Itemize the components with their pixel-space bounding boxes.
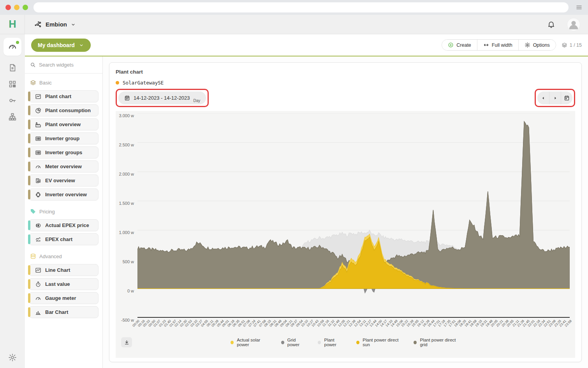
nav-rail	[0, 34, 25, 368]
date-range-value: 14-12-2023 - 14-12-2023	[134, 95, 190, 101]
widget-title: Plant chart	[116, 69, 575, 75]
legend-label: Plant power	[324, 338, 345, 347]
dashboard-canvas: Plant chart SolarGatewaySE 14-12-2023 - …	[103, 56, 588, 368]
rail-item-hierarchy[interactable]	[8, 113, 17, 121]
widget-label: Plant overview	[45, 121, 81, 127]
settings-gear-icon[interactable]	[8, 353, 17, 362]
browser-menu-icon[interactable]	[576, 4, 583, 11]
plant-chart-plot[interactable]	[137, 113, 570, 318]
widget-label: Plant consumption	[45, 107, 91, 113]
logo-letter: H	[9, 18, 16, 30]
user-avatar[interactable]	[567, 18, 580, 31]
bar-chart-icon	[35, 309, 41, 315]
full-width-button[interactable]: Full width	[477, 40, 518, 50]
create-button[interactable]: Create	[442, 40, 477, 50]
rail-item-widgets[interactable]	[8, 80, 17, 88]
x-axis: 00:0000:1600:3300:5001:0701:2301:4001:57…	[137, 318, 570, 335]
minimize-window-button[interactable]	[14, 5, 19, 10]
widget-plant-overview[interactable]: Plant overview	[29, 118, 99, 130]
y-tick-label: 2.500 w	[119, 143, 134, 147]
dashboard-selector-label: My dashboard	[38, 42, 75, 48]
app-logo[interactable]: H	[0, 15, 25, 34]
date-navigation	[537, 92, 572, 104]
widget-inverter-overview[interactable]: Inverter overview	[29, 188, 99, 201]
plant-chart-widget: Plant chart SolarGatewaySE 14-12-2023 - …	[109, 62, 582, 362]
date-range-button[interactable]: 14-12-2023 - 14-12-2023 Day	[118, 92, 206, 104]
widget-label: Line Chart	[45, 267, 70, 273]
rail-item-invoices[interactable]	[8, 63, 17, 72]
dashboard-actions: Create Full width Options	[442, 39, 556, 51]
next-period-button[interactable]	[549, 92, 561, 104]
previous-period-button[interactable]	[537, 92, 549, 104]
legend-color-dot	[414, 341, 417, 344]
maximize-window-button[interactable]	[23, 5, 28, 10]
legend-color-dot	[318, 341, 321, 344]
widget-label: Actual EPEX price	[45, 222, 89, 228]
legend-label: Plant power direct grid	[420, 338, 460, 347]
coins-icon	[35, 222, 41, 229]
accent-bar	[28, 279, 30, 289]
list-icon	[35, 136, 41, 142]
calendar-day-button[interactable]	[561, 92, 572, 104]
dashboard-selector-button[interactable]: My dashboard	[31, 39, 91, 52]
dashboard-toolbar: My dashboard Create Full width Options	[25, 34, 588, 56]
widget-bar-chart[interactable]: Bar Chart	[29, 306, 99, 318]
date-nav-annotation-box	[535, 89, 575, 107]
window-controls	[5, 5, 28, 10]
widget-gauge-meter[interactable]: Gauge meter	[29, 292, 99, 304]
y-tick-label: 1.500 w	[119, 201, 134, 206]
accent-bar	[28, 92, 30, 101]
y-tick-label: 2.000 w	[119, 172, 134, 176]
widget-plant-chart[interactable]: Plant chart	[29, 90, 99, 102]
address-bar[interactable]	[33, 2, 569, 12]
widget-group-header-advanced: Advanced	[25, 247, 102, 262]
widget-epex-chart[interactable]: EPEX chart	[29, 233, 99, 245]
legend-item-actual-solar-power[interactable]: Actual solar power	[231, 338, 270, 347]
line-chart-icon	[35, 267, 41, 273]
legend-item-plant-power-direct-grid[interactable]: Plant power direct grid	[414, 338, 460, 347]
y-tick-label: 3.000 w	[119, 113, 134, 118]
options-label: Options	[533, 42, 550, 48]
legend-color-dot	[356, 341, 359, 344]
legend-item-plant-power[interactable]: Plant power	[318, 338, 345, 347]
active-dot	[16, 41, 19, 44]
options-button[interactable]: Options	[518, 40, 556, 50]
legend-color-dot	[231, 341, 234, 344]
rail-item-dashboard[interactable]	[4, 38, 21, 56]
widget-label: Plant chart	[45, 93, 71, 99]
chevron-down-icon	[70, 22, 76, 27]
legend-item-grid-power[interactable]: Grid power	[281, 338, 307, 347]
y-axis: 3.000 w2.500 w2.000 w1.500 w1.000 w500 w…	[116, 113, 137, 318]
rail-item-api-keys[interactable]	[8, 96, 17, 105]
legend-label: Actual solar power	[237, 338, 270, 347]
gauge-icon	[35, 295, 41, 301]
widget-label: Gauge meter	[45, 295, 76, 301]
chevron-down-icon	[79, 42, 84, 48]
search-input[interactable]	[39, 62, 97, 68]
widget-inverter-groups[interactable]: Inverter groups	[29, 146, 99, 158]
chart-legend: Actual solar powerGrid powerPlant powerP…	[231, 338, 460, 347]
date-granularity: Day	[194, 99, 201, 103]
series-name: SolarGatewaySE	[123, 80, 164, 86]
widget-ev-overview[interactable]: EV overview	[29, 174, 99, 187]
notifications-bell-icon[interactable]	[547, 20, 555, 28]
accent-bar	[28, 120, 30, 129]
organization-selector[interactable]: Embion	[25, 21, 76, 28]
widget-line-chart[interactable]: Line Chart	[29, 264, 99, 276]
close-window-button[interactable]	[5, 5, 11, 10]
widget-search	[25, 56, 102, 74]
widget-group-label: Pricing	[39, 209, 55, 215]
widget-group-label: Basic	[39, 80, 52, 86]
widget-actual-epex-price[interactable]: Actual EPEX price	[29, 219, 99, 231]
widget-label: EPEX chart	[45, 236, 72, 242]
accent-bar	[28, 234, 30, 244]
legend-label: Plant power direct sun	[363, 338, 403, 347]
accent-bar	[28, 190, 30, 199]
widget-inverter-group[interactable]: Inverter group	[29, 132, 99, 144]
download-chart-button[interactable]	[121, 337, 132, 347]
widget-plant-consumption[interactable]: Plant consumption	[29, 104, 99, 116]
widget-meter-overview[interactable]: Meter overview	[29, 160, 99, 173]
widget-last-value[interactable]: Last value	[29, 278, 99, 290]
widget-label: Inverter groups	[45, 150, 82, 155]
legend-item-plant-power-direct-sun[interactable]: Plant power direct sun	[356, 338, 403, 347]
